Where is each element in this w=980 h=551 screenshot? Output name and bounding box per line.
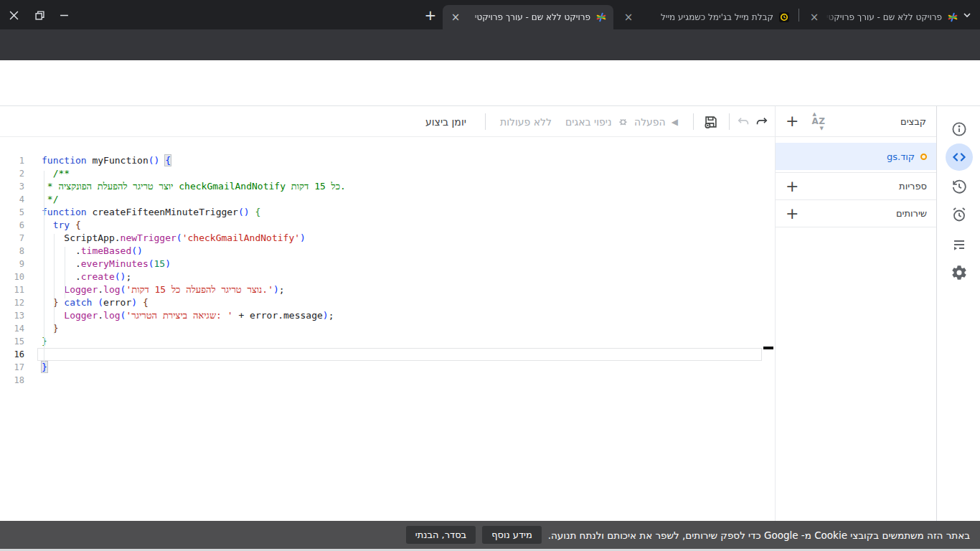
browser-tab-active[interactable]: × פרויקט ללא שם - עורך פרויקטי	[443, 5, 613, 29]
tab-close-icon[interactable]: ×	[622, 11, 635, 24]
revision-history-icon[interactable]	[949, 176, 969, 197]
tab-close-icon[interactable]: ×	[449, 11, 462, 24]
browser-tab[interactable]: × קבלת מייל בג'ימל כשמגיע מייל	[616, 5, 796, 29]
code-line[interactable]: 5function createFifteenMinuteTrigger() {	[0, 206, 775, 219]
code-line[interactable]: 17}	[0, 361, 775, 374]
line-number: 6	[0, 219, 24, 232]
line-content: } catch (error) {	[42, 296, 149, 309]
code-line[interactable]: 9 .everyMinutes(15)	[0, 258, 775, 270]
line-content: /**	[42, 167, 70, 180]
cookie-ok-button[interactable]: בסדר, הבנתי	[406, 526, 476, 544]
line-number: 9	[0, 258, 24, 270]
add-service-button[interactable]: +	[786, 206, 798, 222]
line-number: 11	[0, 283, 24, 296]
code-line[interactable]: 8 .timeBased()	[0, 245, 775, 258]
executions-list-icon[interactable]	[949, 235, 969, 255]
execution-log-button[interactable]: יומן ביצוע	[425, 106, 466, 137]
code-line[interactable]: 1function myFunction() {	[0, 154, 775, 167]
cookie-more-info-button[interactable]: מידע נוסף	[482, 526, 542, 544]
undo-button[interactable]	[755, 106, 769, 137]
code-line[interactable]: 3 * יוצר טריגר להפעלת הפונקציה checkGmai…	[0, 180, 775, 193]
debug-label: ניפוי באגים	[565, 116, 612, 128]
line-number: 12	[0, 296, 24, 309]
browser-address-bar: אנונימי (2) ☆ script.google.com/u/0/home…	[0, 29, 980, 60]
line-number: 14	[0, 322, 24, 335]
line-content: .everyMinutes(15)	[42, 258, 171, 270]
save-button[interactable]	[703, 106, 719, 137]
line-number: 10	[0, 270, 24, 283]
window-minimize-button[interactable]	[55, 6, 73, 24]
line-number: 5	[0, 206, 24, 219]
sort-down-icon: ▼	[820, 126, 824, 131]
code-line[interactable]: 16	[0, 348, 775, 361]
editor-toolbar: יומן ביצוע ללא פעולות ניפוי באגים הפעלה …	[0, 106, 775, 137]
sort-az-label: AZ	[811, 116, 825, 126]
line-content: Logger.log('נוצר טריגר להפעלה כל 15 דקות…	[42, 283, 285, 296]
editor-code-icon[interactable]	[946, 143, 973, 171]
line-number: 7	[0, 232, 24, 245]
indent-guide	[54, 234, 55, 334]
code-line[interactable]: 10 .create();	[0, 270, 775, 283]
code-lines: 1function myFunction() {2 /**3 * יוצר טר…	[0, 154, 775, 387]
code-line[interactable]: 6 try {	[0, 219, 775, 232]
code-line[interactable]: 12 } catch (error) {	[0, 296, 775, 309]
debug-bug-icon	[617, 116, 629, 128]
line-number: 1	[0, 154, 24, 167]
run-label: הפעלה	[634, 116, 666, 128]
tab-separator	[798, 9, 799, 22]
code-line[interactable]: 11 Logger.log('נוצר טריגר להפעלה כל 15 ד…	[0, 283, 775, 296]
tab-search-chevron-icon[interactable]	[958, 6, 976, 24]
services-title: שירותים	[896, 208, 927, 219]
line-number: 4	[0, 193, 24, 206]
line-content: function myFunction() {	[42, 154, 171, 167]
toolbar-divider	[485, 113, 486, 130]
window-restore-button[interactable]	[30, 6, 49, 24]
function-select-dropdown[interactable]: ללא פעולות	[500, 106, 552, 137]
line-number: 15	[0, 335, 24, 348]
debug-button[interactable]: ניפוי באגים	[565, 106, 629, 137]
indent-guide	[65, 247, 65, 298]
tab-close-icon[interactable]: ×	[808, 11, 821, 24]
line-number: 8	[0, 245, 24, 258]
triggers-alarm-icon[interactable]	[949, 204, 969, 225]
navigation-rail	[936, 106, 980, 521]
indent-guide	[44, 171, 44, 363]
file-item-code-gs[interactable]: קוד.gs	[776, 143, 937, 170]
line-number: 18	[0, 374, 24, 387]
run-play-icon: ◀	[672, 117, 678, 127]
code-line[interactable]: 4 */	[0, 193, 775, 206]
code-editor[interactable]: 1function myFunction() {2 /**3 * יוצר טר…	[0, 137, 775, 521]
line-number: 3	[0, 180, 24, 193]
window-close-button[interactable]	[4, 6, 23, 24]
code-line[interactable]: 14 }	[0, 322, 775, 335]
libraries-title: ספריות	[899, 181, 927, 192]
add-library-button[interactable]: +	[786, 179, 798, 194]
line-content: * יוצר טריגר להפעלת הפונקציה checkGmailA…	[42, 180, 346, 193]
run-button[interactable]: הפעלה ◀	[634, 106, 678, 137]
code-line[interactable]: 13 Logger.log('שגיאה ביצירת הטריגר: ' + …	[0, 309, 775, 322]
line-content: try {	[42, 219, 81, 232]
cookie-message: באתר הזה משתמשים בקובצי Cookie מ- Google…	[548, 529, 970, 541]
sort-az-button[interactable]: ▲AZ▼	[811, 116, 825, 126]
overview-info-icon[interactable]	[949, 119, 969, 139]
code-line[interactable]: 7 ScriptApp.newTrigger('checkGmailAndNot…	[0, 232, 775, 245]
line-content: Logger.log('שגיאה ביצירת הטריגר: ' + err…	[42, 309, 334, 322]
line-content: .create();	[42, 270, 131, 283]
files-title: קבצים	[900, 116, 926, 127]
line-number: 17	[0, 361, 24, 374]
browser-tab[interactable]: × פרויקט ללא שם - עורך פרויקטי	[801, 5, 965, 29]
project-settings-gear-icon[interactable]	[949, 263, 969, 283]
code-line[interactable]: 15}	[0, 335, 775, 348]
add-file-button[interactable]: +	[786, 113, 798, 129]
redo-button[interactable]	[736, 106, 750, 137]
new-tab-button[interactable]: +	[420, 5, 440, 25]
services-section: + שירותים	[776, 200, 937, 227]
files-header: + ▲AZ▼ קבצים	[776, 106, 936, 137]
overview-ruler-cursor-mark	[763, 347, 773, 349]
apps-script-favicon	[947, 11, 958, 23]
cookie-banner: באתר הזה משתמשים בקובצי Cookie מ- Google…	[0, 521, 980, 549]
libraries-section: + ספריות	[776, 173, 937, 200]
code-line[interactable]: 18	[0, 374, 775, 387]
code-line[interactable]: 2 /**	[0, 167, 775, 180]
file-name: קוד.gs	[887, 151, 915, 162]
